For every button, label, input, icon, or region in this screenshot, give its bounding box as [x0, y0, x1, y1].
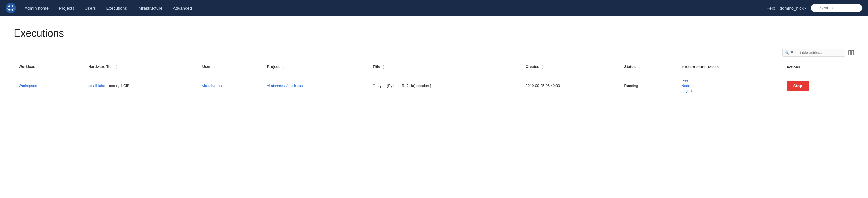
col-title[interactable]: Title ▲▼: [368, 61, 521, 74]
col-status[interactable]: Status ▲▼: [620, 61, 677, 74]
col-user[interactable]: User ▲▼: [198, 61, 262, 74]
table-body: Workspace small-k8s: 1 cores, 1 GiB vira…: [14, 74, 854, 98]
sort-created-icon[interactable]: ▲▼: [541, 64, 544, 70]
nav-username: domino_nick: [780, 6, 804, 10]
hardware-tier-suffix: : 1 cores, 1 GiB: [104, 84, 130, 88]
nav-user-menu[interactable]: domino_nick ▾: [780, 6, 806, 10]
table-header: Workload ▲▼ Hardware Tier ▲▼ User ▲▼: [14, 61, 854, 74]
filter-input-wrapper: 🔍: [782, 48, 845, 57]
navbar: Admin home Projects Users Executions Inf…: [0, 0, 868, 16]
download-logs-icon[interactable]: ⬇: [690, 89, 693, 93]
cell-hardware-tier: small-k8s: 1 cores, 1 GiB: [84, 74, 198, 98]
col-infrastructure-details: Infrastructure Details: [677, 61, 782, 74]
cell-actions: Stop: [782, 74, 854, 98]
col-workload[interactable]: Workload ▲▼: [14, 61, 84, 74]
table-row: Workspace small-k8s: 1 cores, 1 GiB vira…: [14, 74, 854, 98]
nav-projects[interactable]: Projects: [54, 0, 80, 16]
svg-rect-6: [852, 51, 854, 55]
nav-infrastructure[interactable]: Infrastructure: [132, 0, 167, 16]
infra-pod-link[interactable]: Pod: [681, 79, 777, 83]
nav-advanced[interactable]: Advanced: [167, 0, 197, 16]
cell-project: viratsharma/quick-start: [262, 74, 368, 98]
sort-title-icon[interactable]: ▲▼: [382, 64, 385, 70]
nav-right: Help domino_nick ▾ 🔍: [766, 4, 862, 12]
hardware-tier-link[interactable]: small-k8s: [88, 84, 104, 88]
cell-infrastructure-details: Pod Node Logs ⬇: [677, 74, 782, 98]
sort-workload-icon[interactable]: ▲▼: [38, 64, 40, 70]
svg-rect-5: [848, 51, 850, 55]
status-badge: Running: [624, 84, 638, 88]
columns-toggle-icon[interactable]: [848, 50, 854, 56]
filter-bar: 🔍: [14, 48, 854, 57]
domino-logo: [6, 3, 16, 13]
infra-logs-link[interactable]: Logs: [681, 89, 689, 93]
sort-project-icon[interactable]: ▲▼: [282, 64, 284, 70]
execution-title: [Jupyter (Python, R, Julia) session ]: [373, 84, 431, 88]
nav-links: Admin home Projects Users Executions Inf…: [20, 0, 766, 16]
col-created[interactable]: Created ▲▼: [521, 61, 620, 74]
infra-logs-row: Logs ⬇: [681, 89, 777, 93]
cell-user: viratsharma: [198, 74, 262, 98]
user-link[interactable]: viratsharma: [203, 84, 222, 88]
svg-point-2: [12, 5, 13, 7]
created-timestamp: 2019-09-25 06:49:30: [526, 84, 560, 88]
cell-status: Running: [620, 74, 677, 98]
chevron-down-icon: ▾: [805, 6, 806, 10]
cell-workload: Workspace: [14, 74, 84, 98]
nav-help[interactable]: Help: [766, 6, 775, 10]
stop-button[interactable]: Stop: [786, 81, 809, 91]
nav-search-input[interactable]: [811, 4, 862, 12]
sort-user-icon[interactable]: ▲▼: [213, 64, 215, 70]
sort-status-icon[interactable]: ▲▼: [638, 64, 641, 70]
col-project[interactable]: Project ▲▼: [262, 61, 368, 74]
nav-admin-home[interactable]: Admin home: [20, 0, 54, 16]
workload-link[interactable]: Workspace: [19, 84, 37, 88]
sort-hardware-icon[interactable]: ▲▼: [115, 64, 118, 70]
nav-executions[interactable]: Executions: [101, 0, 132, 16]
cell-created: 2019-09-25 06:49:30: [521, 74, 620, 98]
main-content: Executions 🔍 Workload ▲▼: [0, 16, 868, 198]
infra-details: Pod Node Logs ⬇: [681, 79, 777, 93]
project-link[interactable]: viratsharma/quick-start: [267, 84, 304, 88]
executions-table: Workload ▲▼ Hardware Tier ▲▼ User ▲▼: [14, 60, 854, 98]
svg-point-1: [8, 5, 10, 7]
col-actions: Actions: [782, 61, 854, 74]
cell-title: [Jupyter (Python, R, Julia) session ]: [368, 74, 521, 98]
infra-node-link[interactable]: Node: [681, 84, 777, 88]
search-wrapper: 🔍: [811, 4, 862, 12]
col-hardware-tier[interactable]: Hardware Tier ▲▼: [84, 61, 198, 74]
page-title: Executions: [14, 27, 854, 39]
filter-input[interactable]: [782, 48, 845, 57]
nav-users[interactable]: Users: [80, 0, 101, 16]
